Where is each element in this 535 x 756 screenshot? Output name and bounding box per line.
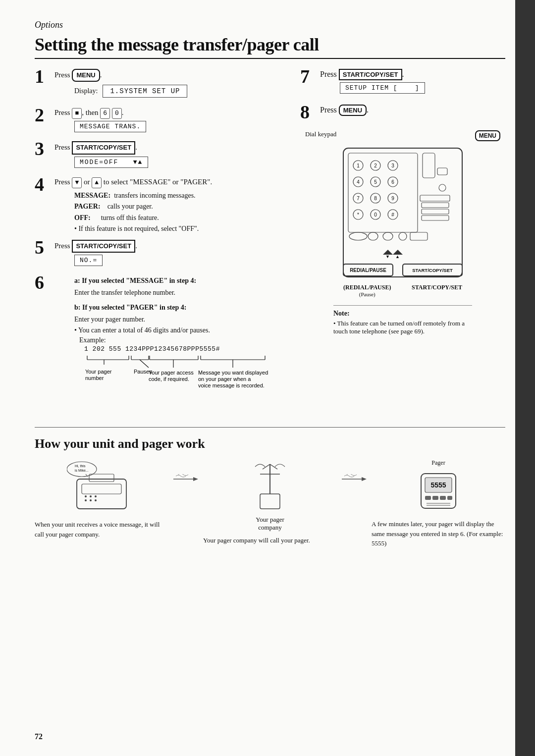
step-5-lcd: NO.=	[74, 255, 103, 266]
step-8: 8 Press MENU.	[300, 105, 505, 121]
step-8-text: Press MENU.	[320, 105, 505, 116]
step-3: 3 Press START/COPY/SET. MODE=OFF ▼▲	[35, 141, 285, 169]
step-6-details: a: If you selected "MESSAGE" in step 4: …	[74, 275, 285, 325]
svg-point-80	[85, 499, 87, 501]
step-1: 1 Press MENU. Display: 1.SYSTEM SET UP	[35, 69, 285, 101]
step-4-details: MESSAGE: transfers incoming messages. PA…	[74, 190, 285, 223]
svg-point-78	[90, 495, 92, 497]
how-unit-fax: Hi, this is Mike... When your unit recei…	[35, 459, 168, 539]
svg-line-88	[270, 464, 277, 469]
how-section: How your unit and pager work Hi, this is…	[35, 436, 505, 548]
step-7-number: 7	[300, 67, 314, 96]
down-arrow-key: ▼	[72, 177, 82, 188]
how-unit-tower-desc: Your pager company will call your pager.	[203, 536, 337, 545]
step-5-number: 5	[35, 238, 49, 257]
svg-rect-71	[82, 484, 121, 494]
svg-marker-91	[362, 477, 367, 481]
step-3-text: Press START/COPY/SET.	[54, 141, 285, 154]
svg-text:0: 0	[374, 212, 377, 217]
svg-point-82	[95, 499, 97, 501]
example-bracket-diagram: Your pager number Pauses	[84, 354, 272, 408]
step-6-number: 6	[35, 273, 49, 292]
note-section: Note: • This feature can be turned on/of…	[333, 305, 472, 335]
step-3-lcd: MODE=OFF ▼▲	[74, 157, 148, 168]
svg-text:3: 3	[391, 163, 394, 168]
step-6-example-block: 1 202 555 1234PPP12345678PPP5555# Your p…	[84, 345, 285, 410]
redial-pause-label: (REDIAL/PAUSE)	[343, 284, 391, 291]
start-copy-set-button-step5: START/COPY/SET	[72, 240, 135, 253]
svg-rect-96	[432, 496, 438, 500]
menu-device-label: MENU	[475, 130, 500, 141]
step-1-text: Press MENU.	[54, 69, 285, 82]
step-3-number: 3	[35, 139, 49, 158]
up-arrow-key: ▲	[92, 177, 102, 188]
svg-text:1: 1	[357, 163, 360, 168]
step-2: 2 Press ■, then 6 0. MESSAGE TRANS.	[35, 108, 285, 134]
step-2-number: 2	[35, 106, 49, 124]
svg-text:Hi, this: Hi, this	[75, 464, 86, 468]
svg-text:9: 9	[391, 196, 394, 201]
step-6-example-label: Example:	[79, 336, 285, 344]
svg-rect-55	[422, 209, 449, 214]
pause-label: (Pause)	[343, 291, 391, 297]
svg-text:REDIAL/PAUSE: REDIAL/PAUSE	[350, 268, 386, 273]
svg-rect-95	[425, 496, 431, 500]
note-bullet: • This feature can be turned on/off remo…	[333, 320, 472, 335]
svg-text:number: number	[85, 375, 104, 381]
device-svg: 1 2 3 4 5 6 7 8	[338, 143, 467, 282]
step-4: 4 Press ▼ or ▲ to select "MESSAGE" or "P…	[35, 177, 285, 233]
step-7-lcd: SETUP ITEM [ ]	[340, 82, 425, 94]
svg-rect-51	[437, 168, 447, 175]
display-label: Display:	[74, 87, 98, 95]
menu-button-step8: MENU	[339, 105, 367, 116]
svg-rect-50	[423, 153, 435, 178]
svg-point-59	[383, 232, 393, 240]
svg-rect-98	[447, 496, 452, 500]
pager-company-label: Your pagercompany	[203, 516, 337, 532]
page-title: Setting the message transfer/pager call	[35, 34, 505, 59]
svg-text:▲: ▲	[395, 254, 400, 259]
dial-keypad-label: Dial keypad	[305, 130, 336, 141]
how-unit-pager-desc: A few minutes later, your pager will dis…	[372, 519, 505, 548]
svg-text:5555: 5555	[430, 481, 446, 489]
svg-text:6: 6	[391, 179, 394, 185]
svg-rect-72	[89, 474, 114, 482]
step-1-lcd: 1.SYSTEM SET UP	[103, 85, 187, 98]
svg-text:4: 4	[357, 179, 360, 185]
svg-point-79	[95, 495, 97, 497]
svg-text:8: 8	[374, 196, 377, 201]
step-6: 6 a: If you selected "MESSAGE" in step 4…	[35, 275, 285, 410]
svg-line-9	[140, 360, 149, 368]
svg-rect-89	[260, 494, 280, 509]
svg-rect-24	[343, 148, 462, 277]
step-7: 7 Press START/COPY/SET. SETUP ITEM [ ]	[300, 69, 505, 96]
key-6: 6	[100, 108, 110, 119]
key-0: 0	[112, 108, 122, 119]
how-unit-tower: Your pagercompany Your pager company wil…	[203, 459, 337, 545]
section-divider	[35, 427, 505, 428]
svg-text:is Mike...: is Mike...	[75, 469, 89, 472]
step-2-lcd: MESSAGE TRANS.	[74, 121, 146, 132]
step-4-text: Press ▼ or ▲ to select "MESSAGE" or "PAG…	[54, 177, 285, 188]
svg-text:Your pager: Your pager	[85, 369, 112, 375]
svg-rect-61	[410, 232, 428, 240]
svg-text:START/COPY/SET: START/COPY/SET	[412, 268, 453, 273]
how-unit-pager: Pager 5555 A few minu	[372, 459, 505, 548]
svg-rect-53	[420, 195, 450, 201]
example-number-line: 1 202 555 1234PPP12345678PPP5555#	[84, 345, 285, 353]
step-6b: b: If you selected "PAGER" in step 4: En…	[74, 302, 285, 325]
svg-rect-56	[422, 216, 449, 220]
svg-text:voice message is recorded.: voice message is recorded.	[198, 382, 265, 388]
svg-text:▼: ▼	[385, 254, 390, 259]
svg-marker-84	[193, 477, 198, 481]
svg-point-60	[399, 232, 407, 240]
svg-text:Message you want displayed: Message you want displayed	[198, 370, 268, 376]
svg-text:*: *	[357, 212, 359, 217]
svg-point-57	[349, 232, 367, 240]
start-copy-set-button-step7: START/COPY/SET	[339, 69, 402, 80]
pager-label: Pager	[372, 459, 505, 467]
start-copy-set-button-step3: START/COPY/SET	[72, 141, 135, 154]
step-1-number: 1	[35, 67, 49, 86]
how-section-title: How your unit and pager work	[35, 436, 505, 451]
step-5: 5 Press START/COPY/SET. NO.=	[35, 240, 285, 268]
